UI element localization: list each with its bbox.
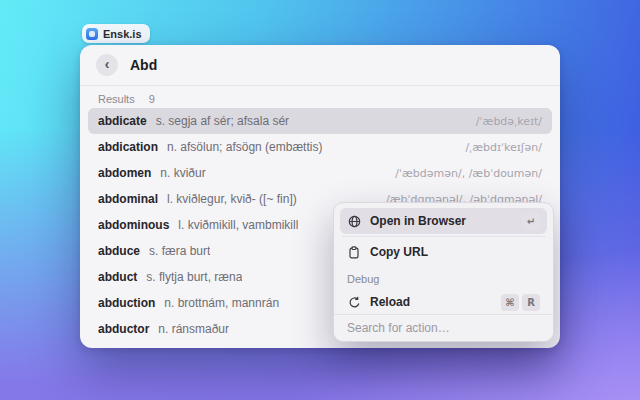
entry-definition: n. ránsmaður xyxy=(158,322,229,336)
menu-item-reload[interactable]: Reload ⌘ R xyxy=(340,289,547,314)
entry-word: abdicate xyxy=(98,114,147,128)
menu-section-debug: Debug xyxy=(340,265,547,289)
return-keycap: ↵ xyxy=(522,213,540,230)
entry-definition: s. flytja burt, ræna xyxy=(146,270,242,284)
entry-word: abdication xyxy=(98,140,158,154)
shortcut-keys: ↵ xyxy=(522,213,540,230)
entry-phonetic: /ˈæbdəˌkeɪt/ xyxy=(468,115,542,128)
menu-item-copy-url[interactable]: Copy URL xyxy=(340,239,547,265)
menu-item-label: Open in Browser xyxy=(370,214,466,228)
entry-word: abdomen xyxy=(98,166,151,180)
results-bar: Results 9 xyxy=(80,86,560,108)
entry-definition: n. afsölun; afsögn (embættis) xyxy=(167,140,322,154)
entry-phonetic: /ˌæbdɪˈkeɪʃən/ xyxy=(457,141,542,154)
action-menu-list: Open in Browser ↵ Copy URL Debug xyxy=(334,203,553,314)
cmd-keycap: ⌘ xyxy=(501,294,519,311)
menu-item-open-in-browser[interactable]: Open in Browser ↵ xyxy=(340,208,547,234)
entry-word: abduction xyxy=(98,296,155,310)
r-keycap: R xyxy=(522,294,540,311)
action-search-input[interactable]: Search for action… xyxy=(334,314,553,341)
search-query[interactable]: Abd xyxy=(130,57,157,73)
reload-icon xyxy=(347,295,361,309)
shortcut-keys: ⌘ R xyxy=(501,294,540,311)
app-tab-ensk[interactable]: Ensk.is xyxy=(82,24,150,43)
entry-definition: s. færa burt xyxy=(149,244,210,258)
list-item[interactable]: abdication n. afsölun; afsögn (embættis)… xyxy=(88,134,552,160)
window-header: ‹ Abd xyxy=(80,45,560,85)
entry-word: abduct xyxy=(98,270,137,284)
action-search-placeholder: Search for action… xyxy=(347,321,450,335)
entry-word: abductor xyxy=(98,322,149,336)
list-item[interactable]: abdomen n. kviður /ˈæbdəmən/, /æbˈdoumən… xyxy=(88,160,552,186)
list-item[interactable]: abdicate s. segja af sér; afsala sér /ˈæ… xyxy=(88,108,552,134)
action-menu: Open in Browser ↵ Copy URL Debug xyxy=(333,202,554,342)
entry-word: abdominal xyxy=(98,192,158,206)
entry-definition: n. kviður xyxy=(160,166,205,180)
entry-word: abdominous xyxy=(98,218,169,232)
clipboard-icon xyxy=(347,245,361,259)
menu-divider xyxy=(342,236,545,237)
results-label: Results xyxy=(98,93,135,105)
globe-icon xyxy=(347,214,361,228)
menu-item-label: Copy URL xyxy=(370,245,428,259)
results-count: 9 xyxy=(149,93,155,105)
chevron-left-icon: ‹ xyxy=(105,57,110,71)
entry-definition: l. kviðmikill, vambmikill xyxy=(178,218,298,232)
ensk-app-icon xyxy=(86,28,98,40)
entry-definition: n. brottnám, mannrán xyxy=(164,296,279,310)
menu-item-label: Reload xyxy=(370,295,410,309)
entry-phonetic: /ˈæbdəmən/, /æbˈdoumən/ xyxy=(387,167,542,180)
entry-definition: s. segja af sér; afsala sér xyxy=(156,114,289,128)
back-button[interactable]: ‹ xyxy=(96,54,118,76)
entry-definition: l. kviðlegur, kvið- ([~ fin]) xyxy=(167,192,297,206)
app-tab-label: Ensk.is xyxy=(103,28,142,40)
entry-word: abduce xyxy=(98,244,140,258)
